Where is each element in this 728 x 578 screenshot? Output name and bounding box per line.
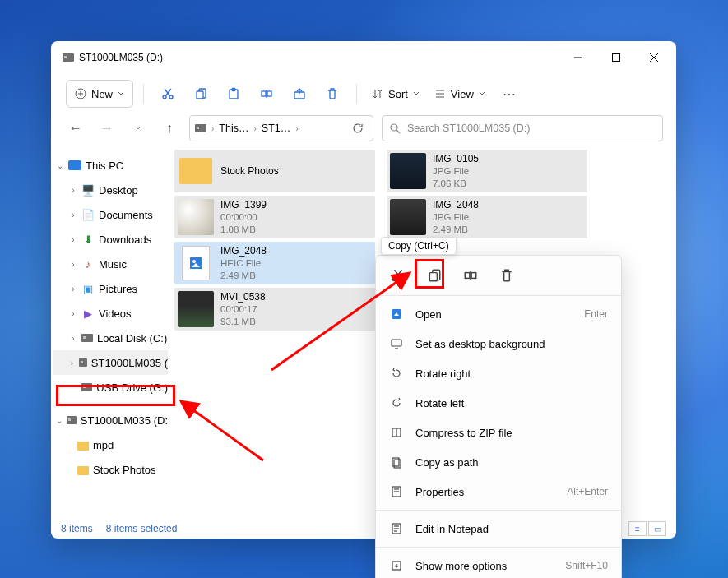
thumbnail-icon: [178, 199, 214, 235]
downloads-icon: ⬇: [81, 233, 95, 246]
rotate-left-icon: [389, 395, 404, 410]
more-icon: [389, 558, 404, 573]
tree-stockphotos[interactable]: Stock Photos: [53, 457, 168, 482]
svg-point-21: [391, 124, 397, 131]
ctx-rotate-left[interactable]: Rotate left: [376, 388, 621, 418]
more-button[interactable]: ⋯: [495, 80, 523, 108]
minimize-button[interactable]: [559, 44, 597, 71]
svg-rect-15: [267, 91, 271, 96]
copy-button[interactable]: [187, 80, 215, 108]
new-button[interactable]: New: [66, 80, 133, 108]
tree-documents[interactable]: ›📄Documents: [53, 202, 168, 227]
ctx-rotate-right[interactable]: Rotate right: [376, 358, 621, 388]
file-item[interactable]: Stock Photos: [174, 150, 375, 192]
sort-label: Sort: [388, 88, 408, 100]
ctx-open[interactable]: OpenEnter: [376, 299, 621, 329]
desktop-icon: [389, 336, 404, 351]
up-button[interactable]: ↑: [158, 117, 181, 140]
svg-rect-14: [262, 91, 266, 96]
file-item[interactable]: IMG_2048HEIC File2.49 MB: [174, 242, 375, 284]
svg-rect-1: [613, 54, 620, 62]
drive-icon: [79, 358, 87, 367]
tree-music[interactable]: ›♪Music: [53, 252, 168, 276]
crumb-drive[interactable]: ST1…: [262, 123, 290, 134]
ctx-delete-button[interactable]: [493, 261, 521, 289]
drive-icon: [67, 416, 77, 424]
file-item[interactable]: IMG_0105JPG File7.06 KB: [387, 150, 587, 192]
separator: [356, 84, 357, 104]
ctx-notepad[interactable]: Edit in Notepad: [376, 514, 621, 543]
divider: [376, 295, 621, 296]
tree-st1000-2[interactable]: ⌄ST1000LM035 (D:: [53, 408, 168, 432]
tree-pictures[interactable]: ›▣Pictures: [53, 276, 168, 301]
folder-icon: [77, 466, 89, 475]
recent-button[interactable]: [127, 117, 150, 140]
divider: [376, 547, 621, 548]
svg-rect-31: [471, 273, 476, 279]
videos-icon: ▶: [81, 307, 95, 320]
tree-thispc[interactable]: ⌄This PC: [53, 153, 168, 178]
rename-button[interactable]: [253, 80, 281, 108]
back-button[interactable]: ←: [64, 117, 87, 140]
ctx-rename-button[interactable]: [457, 261, 485, 289]
drive-icon: [195, 124, 206, 132]
sort-button[interactable]: Sort: [367, 80, 424, 108]
tree-st1000[interactable]: ›ST1000LM035 (: [53, 350, 168, 375]
crumb-thispc[interactable]: This…: [219, 123, 248, 134]
share-button[interactable]: [285, 80, 313, 108]
file-item[interactable]: IMG_139900:00:001.08 MB: [174, 196, 375, 238]
maximize-button[interactable]: [597, 44, 635, 71]
ctx-cut-button[interactable]: [384, 261, 412, 289]
search-input[interactable]: Search ST1000LM035 (D:): [382, 115, 663, 141]
details-view-button[interactable]: ≡: [628, 521, 647, 536]
svg-point-26: [400, 277, 404, 281]
close-button[interactable]: [635, 44, 673, 71]
ctx-compress[interactable]: Compress to ZIP file: [376, 418, 621, 447]
item-count: 8 items: [61, 523, 93, 534]
ctx-set-background[interactable]: Set as desktop background: [376, 329, 621, 358]
svg-line-22: [396, 130, 400, 133]
heic-icon: [182, 246, 210, 280]
properties-icon: [389, 484, 404, 499]
refresh-button[interactable]: [348, 123, 368, 134]
tree-videos[interactable]: ›▶Videos: [53, 301, 168, 326]
file-item[interactable]: MVI_053800:00:1793.1 MB: [174, 288, 375, 331]
notepad-icon: [389, 521, 404, 536]
tree-downloads[interactable]: ›⬇Downloads: [53, 227, 168, 252]
context-menu: OpenEnter Set as desktop background Rota…: [375, 255, 622, 578]
svg-rect-30: [465, 273, 470, 279]
svg-rect-11: [197, 91, 203, 99]
view-button[interactable]: View: [429, 80, 490, 108]
folder-icon: [179, 158, 212, 184]
view-label: View: [451, 88, 474, 100]
tree-mpd[interactable]: mpd: [53, 432, 168, 457]
svg-point-8: [169, 95, 173, 99]
svg-point-24: [192, 260, 196, 263]
copy-tooltip: Copy (Ctrl+C): [381, 237, 457, 255]
ctx-copy-path[interactable]: Copy as path: [376, 447, 621, 477]
tree-desktop[interactable]: ›🖥️Desktop: [53, 178, 168, 202]
svg-rect-34: [392, 340, 401, 346]
documents-icon: 📄: [81, 208, 95, 221]
separator: [143, 84, 144, 104]
paste-button[interactable]: [220, 80, 248, 108]
cut-button[interactable]: [154, 80, 182, 108]
rotate-right-icon: [389, 366, 404, 381]
path-icon: [389, 455, 404, 469]
divider: [376, 510, 621, 511]
forward-button[interactable]: →: [95, 117, 118, 140]
address-bar[interactable]: › This… › ST1… ›: [189, 115, 373, 141]
annotation-box-copy: [415, 259, 444, 289]
ctx-more-options[interactable]: Show more optionsShift+F10: [376, 551, 621, 578]
large-view-button[interactable]: ▭: [648, 521, 666, 536]
folder-icon: [77, 442, 89, 451]
ctx-properties[interactable]: PropertiesAlt+Enter: [376, 477, 621, 506]
thumbnail-icon: [178, 291, 214, 327]
file-item[interactable]: IMG_2048JPG File2.49 MB: [387, 196, 587, 238]
tree-localdisk[interactable]: ›Local Disk (C:): [53, 326, 168, 350]
selected-count: 8 items selected: [106, 523, 178, 534]
music-icon: ♪: [81, 257, 95, 271]
svg-point-25: [392, 277, 396, 281]
delete-button[interactable]: [318, 80, 346, 108]
titlebar: ST1000LM035 (D:): [51, 41, 676, 74]
